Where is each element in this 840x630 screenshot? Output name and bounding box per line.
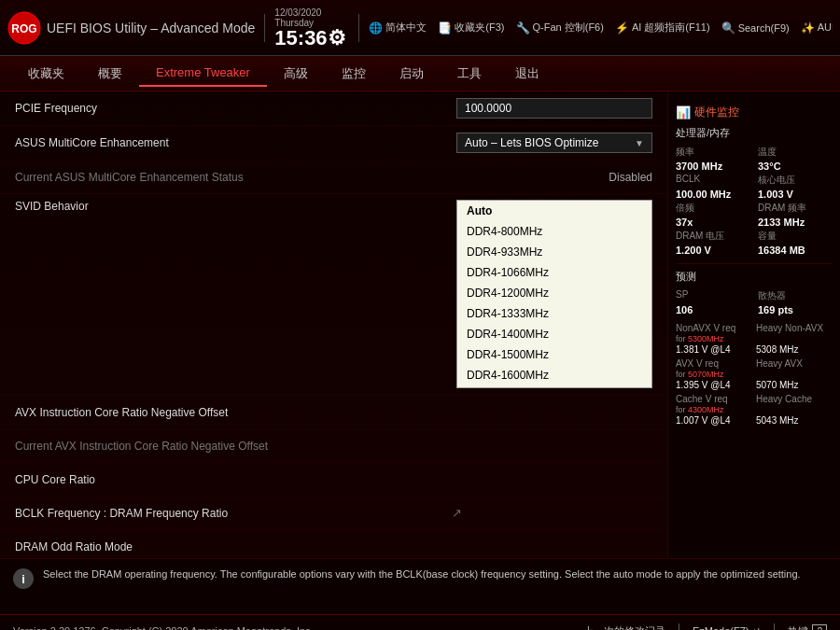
info-text: Select the DRAM operating frequency. The…	[43, 567, 801, 582]
svid-option-ddr4-1200[interactable]: DDR4-1200MHz	[457, 283, 651, 303]
svid-dropdown-menu[interactable]: Auto DDR4-800MHz DDR4-933MHz DDR4-1066MH…	[456, 200, 652, 388]
prediction-avx: AVX V req Heavy AVX for 5070MHz 1.395 V …	[676, 358, 833, 390]
svid-option-ddr4-933[interactable]: DDR4-933MHz	[457, 242, 651, 262]
nav-boot[interactable]: 启动	[383, 60, 441, 88]
setting-multicore-status-value: Disabled	[456, 171, 652, 184]
svid-option-ddr4-1500[interactable]: DDR4-1500MHz	[457, 344, 651, 365]
cache-freq-value: 5043 MHz	[756, 415, 833, 426]
footer-divider-2	[774, 623, 775, 630]
setting-avx-current: Current AVX Instruction Core Ratio Negat…	[0, 429, 667, 463]
hw-monitor-title: 📊 硬件监控	[676, 105, 833, 120]
sp-value: 106	[676, 304, 750, 315]
ezmode-arrow-icon: ↵	[752, 625, 761, 631]
footer-hotkey[interactable]: 热键 ?	[788, 624, 827, 631]
toolbar-ai[interactable]: ⚡ AI 超频指南(F11)	[615, 21, 710, 35]
cursor-placeholder: ↗	[452, 506, 462, 520]
hw-temp-label: 温度	[758, 146, 833, 159]
info-icon: i	[13, 568, 34, 589]
footer: Version 2.20.1276. Copyright (C) 2020 Am…	[0, 614, 840, 630]
setting-multicore[interactable]: ASUS MultiCore Enhancement Auto – Lets B…	[0, 126, 667, 161]
setting-avx[interactable]: AVX Instruction Core Ratio Negative Offs…	[0, 396, 667, 429]
footer-divider-1	[679, 623, 679, 630]
nav-advanced[interactable]: 高级	[267, 60, 325, 88]
header-divider-2	[358, 14, 359, 42]
avx-for-label: for 5070MHz	[676, 370, 752, 379]
header: ROG UEFI BIOS Utility – Advanced Mode 12…	[0, 0, 840, 56]
toolbar-aura[interactable]: ✨ AURA 开/关(F4)	[801, 21, 833, 35]
nav-exit[interactable]: 退出	[498, 60, 556, 88]
hw-multi-value: 37x	[676, 217, 750, 228]
setting-svid-label: SVID Behavior	[15, 200, 456, 213]
setting-dram-odd-ratio[interactable]: DRAM Odd Ratio Mode	[0, 530, 667, 558]
avx-label: AVX V req	[676, 358, 752, 369]
svid-option-ddr4-1333[interactable]: DDR4-1333MHz	[457, 303, 651, 324]
avx-freq-value: 5070 MHz	[756, 380, 833, 390]
cache-label: Cache V req	[676, 394, 752, 404]
cooler-label: 散热器	[758, 289, 833, 302]
setting-pcie-label: PCIE Frequency	[15, 102, 456, 115]
avx-type-label: Heavy AVX	[756, 358, 833, 369]
setting-dram-odd-ratio-label: DRAM Odd Ratio Mode	[15, 540, 652, 553]
nav-overview[interactable]: 概要	[81, 60, 139, 88]
hw-capacity-label: 容量	[758, 230, 833, 243]
hw-freq-label: 频率	[676, 146, 750, 159]
prediction-nonavx: NonAVX V req Heavy Non-AVX for 5300MHz 1…	[676, 323, 833, 355]
nonavx-freq-value: 5308 MHz	[756, 344, 833, 355]
footer-ezmode[interactable]: EzMode(F7) ↵	[693, 625, 762, 631]
toolbar-language[interactable]: 🌐 简体中文	[369, 21, 427, 35]
setting-pcie-frequency[interactable]: PCIE Frequency 100.0000	[0, 91, 667, 126]
svid-option-ddr4-1700[interactable]: DDR4-1700MHz	[457, 385, 651, 387]
nav-favorites[interactable]: 收藏夹	[11, 60, 81, 88]
nav-extreme-tweaker[interactable]: Extreme Tweaker	[139, 60, 267, 87]
toolbar: 🌐 简体中文 📑 收藏夹(F3) 🔧 Q-Fan 控制(F6) ⚡ AI 超频指…	[369, 21, 833, 35]
hw-dram-volt-value: 1.200 V	[676, 245, 750, 256]
setting-multicore-dropdown[interactable]: Auto – Lets BIOS Optimize ▼	[456, 133, 652, 153]
svid-dropdown-scroll[interactable]: Auto DDR4-800MHz DDR4-933MHz DDR4-1066MH…	[457, 201, 651, 387]
hw-divider	[676, 263, 833, 264]
footer-ezmode-label: EzMode(F7)	[693, 625, 749, 630]
nonavx-volt-value: 1.381 V @L4	[676, 344, 752, 355]
nav-tools[interactable]: 工具	[441, 60, 498, 88]
nav-monitor[interactable]: 监控	[325, 60, 383, 88]
language-icon: 🌐	[369, 21, 383, 35]
toolbar-search[interactable]: 🔍 Search(F9)	[721, 21, 790, 35]
hw-capacity-value: 16384 MB	[758, 245, 833, 256]
prediction-cache: Cache V req Heavy Cache for 4300MHz 1.00…	[676, 394, 833, 426]
bookmark-icon: 📑	[438, 21, 452, 35]
hardware-monitor-sidebar: 📊 硬件监控 处理器/内存 频率 温度 3700 MHz 33°C BCLK 核…	[667, 91, 840, 558]
setting-svid[interactable]: SVID Behavior Auto DDR4-800MHz DDR4-933M…	[0, 194, 667, 396]
cooler-value: 169 pts	[758, 304, 833, 315]
settings-panel: PCIE Frequency 100.0000 ASUS MultiCore E…	[0, 91, 667, 558]
time-display: 15:36⚙	[274, 28, 345, 49]
header-divider	[264, 14, 265, 42]
logo-area: ROG UEFI BIOS Utility – Advanced Mode	[7, 11, 255, 45]
rog-logo-icon: ROG	[7, 11, 41, 45]
svid-option-ddr4-1400[interactable]: DDR4-1400MHz	[457, 324, 651, 344]
nav-bar: 收藏夹 概要 Extreme Tweaker 高级 监控 启动 工具 退出	[0, 56, 840, 91]
hw-bclk-value: 100.00 MHz	[676, 189, 750, 200]
setting-bclk-ratio[interactable]: BCLK Frequency : DRAM Frequency Ratio ↗	[0, 497, 667, 530]
setting-avx-current-label: Current AVX Instruction Core Ratio Negat…	[15, 440, 652, 453]
footer-last-change[interactable]: 上一次的修改记录	[583, 624, 665, 631]
main-layout: PCIE Frequency 100.0000 ASUS MultiCore E…	[0, 91, 840, 558]
toolbar-favorites[interactable]: 📑 收藏夹(F3)	[438, 21, 504, 35]
hw-metrics-grid: 频率 温度 3700 MHz 33°C BCLK 核心电压 100.00 MHz…	[676, 146, 833, 256]
svid-option-ddr4-1600[interactable]: DDR4-1600MHz	[457, 365, 651, 385]
svid-option-auto[interactable]: Auto	[457, 201, 651, 221]
svid-option-ddr4-1066[interactable]: DDR4-1066MHz	[457, 262, 651, 283]
toolbar-qfan[interactable]: 🔧 Q-Fan 控制(F6)	[516, 21, 604, 35]
dropdown-arrow-multicore: ▼	[635, 138, 644, 148]
nonavx-for-label: for 5300MHz	[676, 334, 752, 343]
hw-dram-freq-label: DRAM 频率	[758, 202, 833, 215]
svg-text:ROG: ROG	[11, 22, 36, 35]
date-display: 12/03/2020Thursday	[274, 7, 321, 28]
monitor-icon: 📊	[676, 105, 691, 119]
prediction-title: 预测	[676, 270, 833, 284]
cache-type-label: Heavy Cache	[756, 394, 833, 404]
setting-avx-label: AVX Instruction Core Ratio Negative Offs…	[15, 406, 456, 419]
setting-cpu-core-ratio[interactable]: CPU Core Ratio	[0, 463, 667, 497]
footer-version: Version 2.20.1276. Copyright (C) 2020 Am…	[13, 625, 314, 630]
hw-temp-value: 33°C	[758, 161, 833, 172]
hw-dram-volt-label: DRAM 电压	[676, 230, 750, 243]
svid-option-ddr4-800[interactable]: DDR4-800MHz	[457, 221, 651, 242]
